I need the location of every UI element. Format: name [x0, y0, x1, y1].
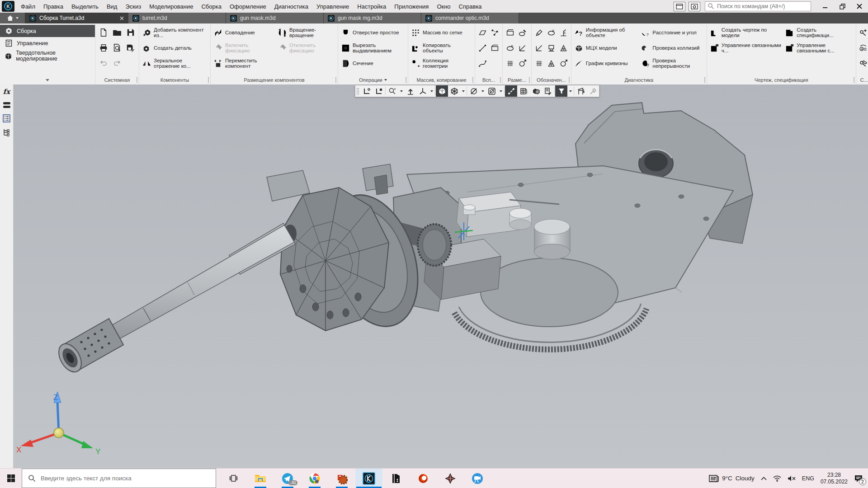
minimize-button[interactable]: [816, 0, 834, 13]
menu-applications[interactable]: Приложения: [390, 0, 433, 13]
app-notebook[interactable]: [382, 469, 410, 488]
notation-rotate-button[interactable]: [557, 57, 569, 69]
3d-model[interactable]: Z X Y: [14, 84, 868, 468]
menu-assembly[interactable]: Сборка: [197, 0, 226, 13]
dim-angle-button[interactable]: [517, 42, 528, 54]
zoom-dropdown-icon[interactable]: [398, 85, 404, 97]
aux-axis-button[interactable]: [477, 42, 489, 54]
small-cylinder[interactable]: [509, 208, 531, 230]
enable-fix-button[interactable]: Включить фиксацию: [212, 40, 276, 56]
operations-dropdown-icon[interactable]: [384, 79, 387, 81]
command-search-input[interactable]: [705, 1, 811, 11]
mass-properties-button[interactable]: МЦХ модели: [573, 40, 640, 56]
dim-radius-button[interactable]: [505, 42, 516, 54]
wifi-icon[interactable]: [770, 469, 784, 488]
filter-dropdown-icon[interactable]: [567, 85, 573, 97]
menu-layout[interactable]: Оформление: [226, 0, 270, 13]
notation-marker-button[interactable]: [557, 42, 569, 54]
task-view-button[interactable]: [222, 469, 244, 488]
restore-button[interactable]: [834, 0, 851, 13]
instrument-tab-solid-modeling[interactable]: Твердотельное моделирование: [0, 49, 95, 63]
coincidence-button[interactable]: Совпадение: [212, 25, 276, 40]
collection-remove-button[interactable]: [858, 56, 868, 71]
group-grip[interactable]: [704, 77, 706, 83]
section-view-icon[interactable]: [505, 85, 517, 97]
sketch-plane-alt-icon[interactable]: [373, 85, 385, 97]
collection-add-button[interactable]: [858, 25, 868, 40]
taskbar-search-input[interactable]: [41, 475, 210, 482]
notation-pen-button[interactable]: [533, 27, 545, 38]
3d-viewport[interactable]: fx: [0, 84, 868, 468]
dim-coin-button[interactable]: [517, 57, 528, 69]
roller[interactable]: [463, 205, 475, 215]
create-drawing-button[interactable]: Создать чертеж по модели: [708, 25, 783, 40]
checklist-panel-icon[interactable]: [3, 114, 10, 122]
notation-angle-button[interactable]: [533, 42, 545, 54]
grid-array-button[interactable]: Массив по сетке: [410, 25, 473, 40]
app-camera[interactable]: [464, 469, 491, 488]
menu-management[interactable]: Управление: [312, 0, 353, 13]
hidden-lines-dropdown-icon[interactable]: [480, 85, 486, 97]
group-grip[interactable]: [472, 77, 474, 83]
small-gear[interactable]: [418, 224, 451, 266]
undo-button[interactable]: [98, 57, 109, 69]
simple-hole-button[interactable]: Отверстие простое: [340, 25, 406, 40]
aux-spline-button[interactable]: [477, 57, 489, 69]
clock[interactable]: 23:28 07.05.2022: [817, 469, 851, 488]
manage-linked-drawings-button[interactable]: Управление связанными ч...: [708, 40, 783, 56]
aux-points-button[interactable]: [489, 27, 501, 38]
close-button[interactable]: [851, 0, 868, 13]
instrument-tab-assembly[interactable]: Сборка: [0, 25, 95, 37]
hidden-lines-thin-icon[interactable]: [486, 85, 498, 97]
dim-table-button[interactable]: [505, 57, 516, 69]
display-dropdown-icon[interactable]: [460, 85, 466, 97]
notation-ruler-button[interactable]: [545, 57, 557, 69]
menu-modeling[interactable]: Моделирование: [145, 0, 197, 13]
home-tab[interactable]: [0, 13, 25, 23]
create-part-button[interactable]: Создать деталь: [141, 40, 209, 56]
add-component-button[interactable]: Добавить компонент из...: [141, 25, 209, 40]
disable-fix-button[interactable]: Отключить фиксацию: [276, 40, 336, 56]
filter-icon[interactable]: [555, 85, 567, 97]
tab-close-icon[interactable]: [120, 16, 124, 20]
copy-objects-button[interactable]: Копировать объекты: [410, 40, 473, 56]
app-kompas-grafik[interactable]: F: [328, 469, 355, 488]
menu-window[interactable]: Окно: [433, 0, 454, 13]
app-explorer[interactable]: [247, 469, 274, 488]
object-info-button[interactable]: Информация об объекте: [573, 25, 640, 40]
menu-view[interactable]: Вид: [103, 0, 122, 13]
eyedropper-icon[interactable]: [587, 85, 599, 97]
dim-brush-button[interactable]: [517, 27, 528, 38]
collision-check-button[interactable]: Проверка коллизий: [639, 40, 705, 56]
interface-settings-icon[interactable]: [689, 2, 700, 11]
tray-expand-icon[interactable]: [758, 469, 770, 488]
app-telegram[interactable]: ..91: [274, 469, 301, 488]
display-shaded-icon[interactable]: [436, 85, 448, 97]
notation-grid-button[interactable]: [533, 57, 545, 69]
group-grip[interactable]: [500, 77, 502, 83]
manage-linked-spec-button[interactable]: Управление связанными с...: [783, 40, 854, 56]
group-grip[interactable]: [568, 77, 571, 83]
create-spec-button[interactable]: Создать спецификаци...: [783, 25, 854, 40]
group-grip[interactable]: [136, 77, 138, 83]
weather-widget[interactable]: 9°C Cloudy: [706, 469, 758, 488]
muzzle-brake[interactable]: [54, 319, 123, 376]
mirror-component-button[interactable]: Зеркальное отражение ко...: [141, 56, 209, 71]
notation-oval-button[interactable]: [545, 27, 557, 38]
orientation-dropdown-icon[interactable]: [429, 85, 434, 97]
group-grip[interactable]: [853, 77, 855, 83]
tab-commander-optic[interactable]: K commander optic.m3d: [421, 13, 519, 23]
redo-button[interactable]: [111, 57, 123, 69]
continuity-check-button[interactable]: Проверка непрерывности: [639, 56, 705, 71]
cylinder[interactable]: [534, 219, 571, 259]
tab-assembly-turret[interactable]: K Сборка Turret.a3d: [25, 13, 128, 23]
menu-settings[interactable]: Настройка: [353, 0, 390, 13]
tab-gun-mask[interactable]: K gun mask.m3d: [226, 13, 324, 23]
tab-turret[interactable]: K turret.m3d: [128, 13, 226, 23]
crane-icon[interactable]: [575, 85, 587, 97]
zoom-icon[interactable]: [386, 85, 398, 97]
orientation-up-icon[interactable]: [404, 85, 416, 97]
measure-sheet-icon[interactable]: [542, 85, 554, 97]
menu-help[interactable]: Справка: [455, 0, 486, 13]
cut-extrude-button[interactable]: Вырезать выдавливанием: [340, 40, 406, 56]
